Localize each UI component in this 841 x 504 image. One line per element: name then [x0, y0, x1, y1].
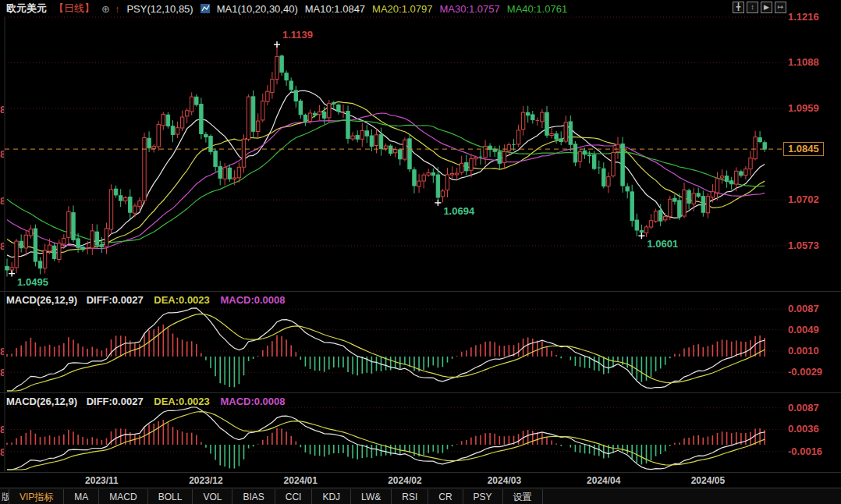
tab-macd[interactable]: MACD [99, 489, 147, 504]
x-axis-month-label: 2024/04 [580, 475, 627, 486]
current-price-tag: 1.0845 [783, 142, 824, 156]
header-bar: 欧元美元 【日线】 ⊕ ↑ PSY(12,10,85) MA1(10,20,30… [0, 0, 841, 17]
tab-bias[interactable]: BIAS [232, 489, 275, 504]
x-axis-month-label: 2023/11 [78, 475, 125, 486]
x-axis-month-label: 2024/05 [684, 475, 731, 486]
clipped-axis-fragment: 8 [0, 424, 4, 435]
clipped-axis-fragment: 8 [0, 195, 4, 207]
ma-group-label[interactable]: MA1(10,20,30,40) [217, 3, 298, 15]
up-arrow-icon: ↑ [115, 3, 120, 15]
price-marker-label: 1.1139 [282, 29, 313, 41]
macd1-title[interactable]: MACD(26,12,9) [6, 294, 77, 306]
x-axis-month-label: 2024/02 [381, 475, 428, 486]
tab-lw[interactable]: LW& [351, 489, 392, 504]
macd2-title[interactable]: MACD(26,12,9) [6, 396, 77, 407]
tab-clipped-left[interactable]: 版 [0, 489, 9, 504]
charts-canvas[interactable]: 1.04951.11391.06941.0601 [0, 0, 841, 504]
tab-cn[interactable]: 设置 [503, 489, 543, 504]
tab-rsi[interactable]: RSI [392, 489, 428, 504]
ma40-value: MA40:1.0761 [507, 3, 567, 15]
clipped-axis-fragment: 8 [0, 240, 4, 252]
period-label[interactable]: 【日线】 [54, 2, 94, 16]
macd-axis-label: 0.0087 [788, 402, 819, 413]
circle-plus-icon[interactable]: ⊕ [101, 3, 110, 15]
tab-cci[interactable]: CCI [275, 489, 313, 504]
indicator-tab-bar: 版VIP指标MAMACDBOLLVOLBIASCCIKDJLW&RSICRPSY… [0, 488, 841, 504]
clipped-axis-fragment: 8 [0, 446, 4, 458]
price-marker-label: 1.0495 [17, 276, 48, 288]
tab-vip[interactable]: VIP指标 [9, 489, 64, 504]
symbol-name[interactable]: 欧元美元 [6, 2, 47, 16]
macd1-macd-value: MACD:0.0008 [220, 294, 285, 306]
tab-boll[interactable]: BOLL [148, 489, 193, 504]
ma20-value: MA20:1.0797 [372, 3, 432, 15]
macd-axis-label: 0.0049 [788, 324, 819, 335]
macd2-macd-value: MACD:0.0008 [220, 396, 285, 407]
x-axis-month-label: 2024/03 [481, 475, 527, 486]
macd1-diff-value: DIFF:0.0027 [87, 294, 144, 306]
scale-icon[interactable]: ↕ [747, 2, 758, 13]
macd-axis-label: -0.0029 [788, 366, 822, 378]
window-icons: ╋↕▶↦ [733, 2, 786, 13]
tab-psy[interactable]: PSY [463, 489, 503, 504]
price-axis-label: 1.0702 [788, 193, 819, 205]
macd1-header: MACD(26,12,9) DIFF:0.0027 DEA:0.0023 MAC… [6, 294, 286, 306]
macd2-diff-value: DIFF:0.0027 [87, 396, 144, 407]
tab-cr[interactable]: CR [428, 489, 463, 504]
ma10-value: MA10:1.0847 [305, 3, 365, 15]
scroll-icon[interactable]: ▶ [761, 2, 772, 13]
ma30-value: MA30:1.0757 [439, 3, 499, 15]
clipped-axis-fragment: 8 [0, 104, 4, 115]
price-marker-label: 1.0694 [443, 205, 475, 217]
crosshair-icon[interactable]: ╋ [733, 2, 744, 13]
clipped-axis-fragment: 8 [0, 346, 4, 357]
macd2-dea-value: DEA:0.0023 [154, 396, 210, 407]
macd2-header: MACD(26,12,9) DIFF:0.0027 DEA:0.0023 MAC… [6, 396, 286, 407]
mini-chart-icon [200, 4, 210, 13]
clipped-axis-fragment: 8 [0, 148, 4, 160]
tab-vol[interactable]: VOL [193, 489, 232, 504]
price-axis-label: 1.0573 [788, 240, 819, 251]
macd-axis-label: -0.0016 [788, 445, 822, 457]
macd-axis-label: 0.0087 [788, 303, 819, 314]
macd-axis-label: 0.0036 [788, 423, 819, 435]
indicator-psy-label[interactable]: PSY(12,10,85) [126, 3, 193, 15]
macd1-dea-value: DEA:0.0023 [154, 294, 210, 306]
x-axis-month-label: 2023/12 [183, 475, 229, 486]
price-axis-label: 1.0959 [788, 102, 819, 114]
price-marker-label: 1.0601 [647, 238, 678, 250]
app-window: 1.04951.11391.06941.0601 欧元美元 【日线】 ⊕ ↑ P… [0, 0, 841, 504]
shift-right-icon[interactable]: ↦ [775, 2, 786, 13]
tab-kdj[interactable]: KDJ [312, 489, 351, 504]
tab-ma[interactable]: MA [64, 489, 99, 504]
macd-axis-label: 0.0010 [788, 345, 819, 357]
clipped-axis-fragment: 8 [0, 367, 4, 378]
price-axis-label: 1.1088 [788, 56, 819, 68]
x-axis-month-label: 2024/01 [277, 475, 324, 486]
